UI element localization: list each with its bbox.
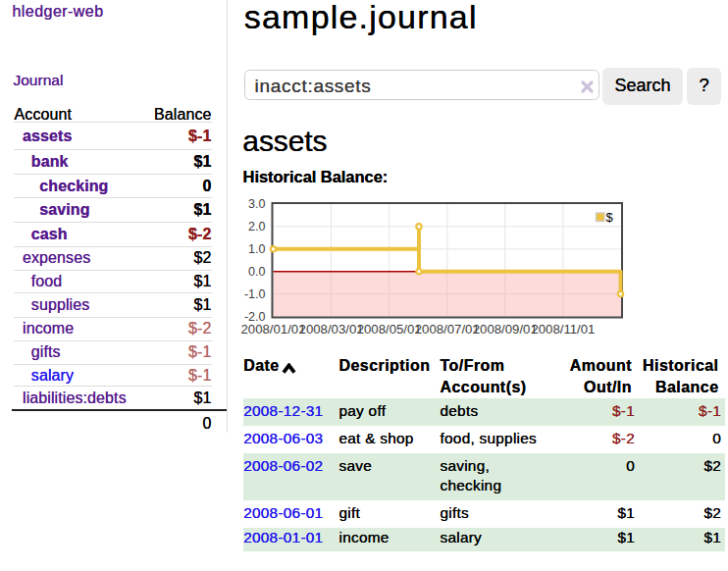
svg-text:$: $ [606,210,614,225]
svg-text:2008/09/01: 2008/09/01 [473,322,538,337]
svg-text:2.0: 2.0 [248,220,265,234]
svg-text:2008/05/01: 2008/05/01 [357,322,422,337]
svg-text:2008/11/01: 2008/11/01 [531,322,595,337]
svg-text:2008/03/01: 2008/03/01 [299,322,364,337]
svg-text:3.0: 3.0 [248,197,265,211]
svg-text:0.0: 0.0 [248,265,265,279]
svg-text:-1.0: -1.0 [244,287,266,301]
svg-text:2008/01/01: 2008/01/01 [240,322,305,337]
svg-text:2008/07/01: 2008/07/01 [415,322,480,337]
svg-text:1.0: 1.0 [248,242,265,256]
